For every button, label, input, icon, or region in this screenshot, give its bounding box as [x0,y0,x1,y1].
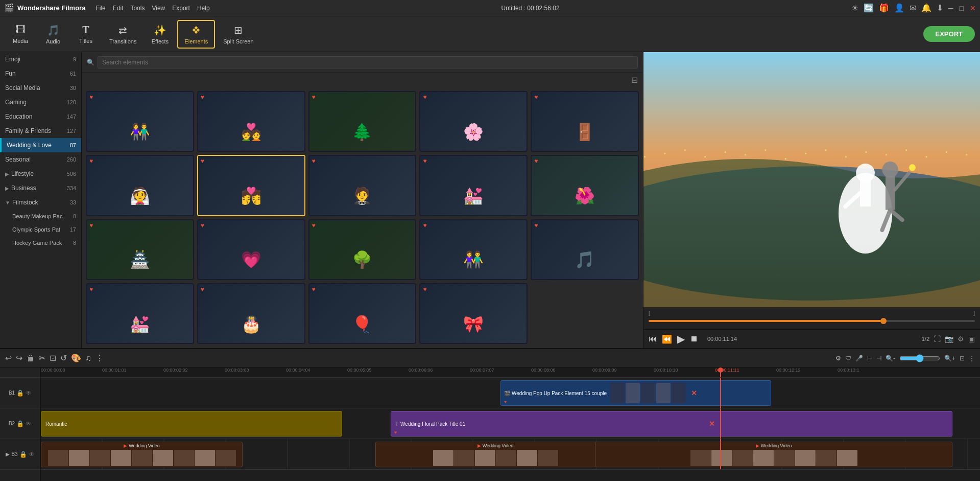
settings-icon[interactable]: ⚙ [958,335,964,343]
sidebar-item-social-media[interactable]: Social Media 30 [0,81,81,95]
audio-button[interactable]: 🎵 Audio [38,21,68,48]
sidebar-item-education[interactable]: Education 147 [0,109,81,124]
grid-item-3[interactable]: ♥ 🌲 ⬇ Wedding Pop Up Pac... [308,91,417,152]
zoom-slider[interactable] [899,354,940,362]
crop-button[interactable]: ⊡ [50,353,56,363]
zoom-out-icon[interactable]: 🔍- [886,355,895,362]
grid-item-15[interactable]: ♥ 🎵 ⬇ Wedding Pop Up Pac... [531,219,639,280]
fit-icon[interactable]: ⊡ [960,355,965,362]
sidebar-item-seasonal[interactable]: Seasonal 260 [0,152,81,167]
speed-button[interactable]: ↺ [60,353,67,363]
clip-wedding-video-2[interactable]: ▶ Wedding Video [375,442,615,467]
splitscreen-button[interactable]: ⊞ Split Screen [217,21,259,48]
sidebar-item-beauty[interactable]: Beauty Makeup Pac 8 [0,210,81,223]
grid-item-14[interactable]: ♥ 👫 ⬇ Wedding Pop Up Pac... [419,219,528,280]
grid-item-8[interactable]: ♥ 🤵 ⬇ Wedding Pop Up Pac... [308,155,417,216]
sidebar-item-lifestyle[interactable]: ▶ Lifestyle 506 [0,167,81,181]
audio-clip-button[interactable]: ♫ [85,354,91,363]
mic-icon[interactable]: 🎤 [855,355,863,362]
more-icon[interactable]: ⋮ [969,355,975,362]
lock-b3-icon[interactable]: 🔒 [19,451,27,458]
elements-button[interactable]: ❖ Elements [177,20,215,49]
eye-b3-icon[interactable]: 👁 [29,451,35,458]
gift-icon[interactable]: 🎁 [879,3,889,13]
snapshot-icon[interactable]: 📷 [945,335,953,343]
menu-tools[interactable]: Tools [130,5,145,12]
titles-button[interactable]: T Titles [70,21,101,47]
grid-item-17[interactable]: ♥ 🎂 ⬇ Wedding Pop Up Pac... [197,283,305,344]
redo-button[interactable]: ↪ [16,353,22,363]
grid-item-2[interactable]: ♥ 💑 ⬇ Wedding Pop Up Pac... [197,91,305,152]
shield-icon[interactable]: 🛡 [845,355,851,362]
grid-item-10[interactable]: ♥ 🌺 ⬇ Wedding Pop Up Pac... [531,155,639,216]
menu-edit[interactable]: Edit [113,5,124,12]
grid-item-11[interactable]: ♥ 🏯 ⬇ Wedding Pop Up Pac... [86,219,194,280]
sync-icon[interactable]: 🔄 [864,3,874,13]
track-b3-play-icon[interactable]: ▶ [6,451,10,457]
maximize-button[interactable]: □ [960,4,964,12]
sidebar-item-business[interactable]: ▶ Business 334 [0,181,81,195]
rewind-button[interactable]: ⏮ [649,334,657,343]
sidebar-item-emoji[interactable]: Emoji 9 [0,52,81,66]
eye-b2-icon[interactable]: 👁 [26,420,32,427]
eye-b1-icon[interactable]: 👁 [26,390,32,397]
grid-item-12[interactable]: ♥ 💗 ⬇ Wedding Pop Up Pac... [197,219,305,280]
grid-item-19[interactable]: ♥ 🎀 ⬇ Wedding Pop Up Pac... [419,283,528,344]
stabilize-button[interactable]: ⋮ [95,353,104,363]
account-icon[interactable]: 👤 [894,3,904,13]
search-input[interactable] [98,56,638,68]
grid-item-13[interactable]: ♥ 🌳 ⬇ Wedding Pop Up Pac... [308,219,417,280]
menu-view[interactable]: View [152,5,165,12]
delete-button[interactable]: 🗑 [27,354,35,363]
clip-wedding-video-1[interactable]: ▶ Wedding Video [41,442,243,467]
play-button[interactable]: ▶ [677,333,685,345]
menu-file[interactable]: File [95,5,105,12]
grid-item-7[interactable]: ♥ 💏 ⬇ Wedding Pop Up Pac... [197,155,305,216]
menu-export[interactable]: Export [172,5,190,12]
clip-floral[interactable]: T Wedding Floral Pack Title 01 ✕ ♥ [391,411,952,437]
sidebar-item-wedding[interactable]: Wedding & Love 87 [0,138,81,152]
clip-wedding-element[interactable]: 🎬 Wedding Pop Up Pack Element 15 couple … [500,380,771,406]
grid-view-icon[interactable]: ⊟ [631,75,638,85]
zoom-in-icon[interactable]: 🔍+ [944,355,955,362]
close-button[interactable]: ✕ [970,4,976,12]
notification-icon[interactable]: 🔔 [921,3,931,13]
sidebar-item-family[interactable]: Family & Friends 127 [0,124,81,138]
sidebar-item-fun[interactable]: Fun 61 [0,66,81,81]
step-back-button[interactable]: ⏪ [662,334,672,344]
progress-handle[interactable] [880,318,887,324]
grid-item-1[interactable]: ♥ 👫 ⬇ Wedding Pop Up Pac... [86,91,194,152]
effects-button[interactable]: ✨ Effects [145,21,175,48]
transitions-button[interactable]: ⇄ Transitions [103,21,142,48]
left-bracket-icon[interactable]: [ [649,310,650,316]
color-button[interactable]: 🎨 [71,353,81,363]
grid-item-9[interactable]: ♥ 💒 ⬇ Wedding Pop Up Pac... [419,155,528,216]
clip-wedding-video-3[interactable]: ▶ Wedding Video [595,442,952,467]
lock-b2-icon[interactable]: 🔒 [16,420,24,427]
download-icon[interactable]: ⬇ [937,3,943,13]
grid-item-18[interactable]: ♥ 🎈 ⬇ Wedding Pop Up Pac... [308,283,417,344]
fullscreen-icon[interactable]: ⛶ [934,335,941,343]
sidebar-item-hockey[interactable]: Hockey Game Pack 8 [0,236,81,249]
progress-bar[interactable] [649,320,975,322]
stop-button[interactable]: ⏹ [690,334,698,343]
menu-help[interactable]: Help [197,5,210,12]
sidebar-item-olympic[interactable]: Olympic Sports Pat 17 [0,223,81,236]
message-icon[interactable]: ✉ [910,3,916,13]
clip-romantic[interactable]: Romantic [41,411,342,437]
sidebar-item-filmstock[interactable]: ▼ Filmstock 33 [0,195,81,210]
undo-button[interactable]: ↩ [5,353,12,363]
right-bracket-icon[interactable]: ] [973,310,975,316]
grid-item-16[interactable]: ♥ 💒 ⬇ Wedding Pop Up Pac... [86,283,194,344]
sidebar-item-gaming[interactable]: Gaming 120 [0,95,81,109]
merge-icon[interactable]: ⊣ [876,355,881,362]
grid-item-6[interactable]: ♥ 👰 ⬇ Wedding Pop Up Pac... [86,155,194,216]
grid-item-4[interactable]: ♥ 🌸 ⬇ Wedding Pop Up Pac... [419,91,528,152]
lock-b1-icon[interactable]: 🔒 [16,390,24,397]
minimize-button[interactable]: ─ [948,4,953,12]
settings-tl-icon[interactable]: ⚙ [835,355,841,362]
grid-item-5[interactable]: ♥ 🚪 ⬇ Wedding Pop Up Pac... [531,91,639,152]
export-button[interactable]: EXPORT [923,26,975,42]
media-button[interactable]: 🎞 Media [5,21,36,47]
cut-button[interactable]: ✂ [39,353,45,363]
